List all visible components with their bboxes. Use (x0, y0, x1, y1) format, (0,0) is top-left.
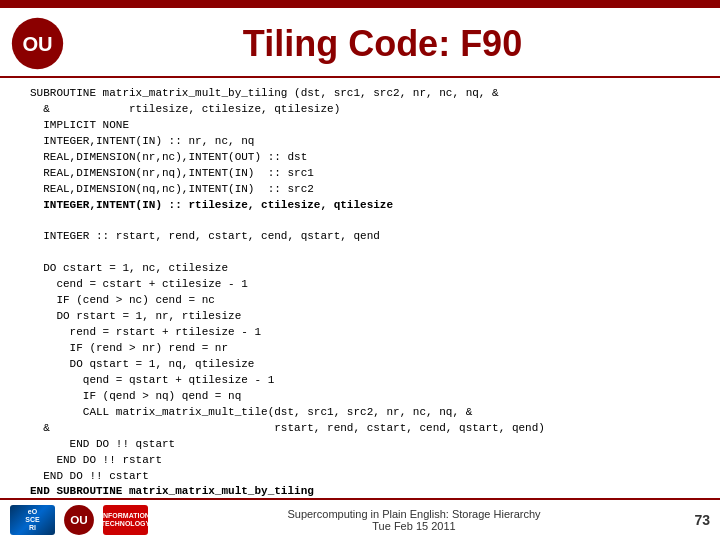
code-line: IF (rend > nr) rend = nr (30, 341, 690, 357)
footer-subtitle-line1: Supercomputing in Plain English: Storage… (148, 508, 680, 520)
code-line: SUBROUTINE matrix_matrix_mult_by_tiling … (30, 86, 690, 102)
code-line: CALL matrix_matrix_mult_tile(dst, src1, … (30, 405, 690, 421)
code-line: END DO !! cstart (30, 469, 690, 485)
code-line: IF (qend > nq) qend = nq (30, 389, 690, 405)
code-line: qend = qstart + qtilesize - 1 (30, 373, 690, 389)
code-line (30, 214, 690, 230)
code-line: REAL,DIMENSION(nr,nc),INTENT(OUT) :: dst (30, 150, 690, 166)
svg-text:OU: OU (70, 513, 88, 526)
code-line: & rstart, rend, cstart, cend, qstart, qe… (30, 421, 690, 437)
code-line: IMPLICIT NONE (30, 118, 690, 134)
header: OU Tiling Code: F90 (0, 8, 720, 78)
footer-page-number: 73 (680, 512, 710, 528)
code-line: rend = rstart + rtilesize - 1 (30, 325, 690, 341)
ou-logo: OU (10, 16, 65, 71)
code-line: DO rstart = 1, nr, rtilesize (30, 309, 690, 325)
ou-footer-logo: OU (63, 504, 95, 536)
top-bar (0, 0, 720, 8)
code-block: SUBROUTINE matrix_matrix_mult_by_tiling … (30, 86, 690, 500)
code-line: DO cstart = 1, nc, ctilesize (30, 261, 690, 277)
code-line (30, 245, 690, 261)
footer-subtitle-line2: Tue Feb 15 2011 (148, 520, 680, 532)
slide-title: Tiling Code: F90 (243, 23, 522, 64)
code-line: INTEGER :: rstart, rend, cstart, cend, q… (30, 229, 690, 245)
code-line: END DO !! rstart (30, 453, 690, 469)
code-line: END DO !! qstart (30, 437, 690, 453)
sc-logo: eOSCERI (10, 505, 55, 535)
code-line: REAL,DIMENSION(nr,nq),INTENT(IN) :: src1 (30, 166, 690, 182)
title-area: Tiling Code: F90 (65, 23, 700, 65)
code-line: INTEGER,INTENT(IN) :: rtilesize, ctilesi… (30, 198, 690, 214)
code-line: REAL,DIMENSION(nq,nc),INTENT(IN) :: src2 (30, 182, 690, 198)
svg-text:OU: OU (22, 33, 52, 55)
footer: eOSCERI OU INFORMATIONTECHNOLOGY Superco… (0, 498, 720, 540)
content-area: SUBROUTINE matrix_matrix_mult_by_tiling … (0, 78, 720, 505)
code-line: DO qstart = 1, nq, qtilesize (30, 357, 690, 373)
it-logo: INFORMATIONTECHNOLOGY (103, 505, 148, 535)
code-line: & rtilesize, ctilesize, qtilesize) (30, 102, 690, 118)
code-line: IF (cend > nc) cend = nc (30, 293, 690, 309)
code-line: INTEGER,INTENT(IN) :: nr, nc, nq (30, 134, 690, 150)
footer-logos: eOSCERI OU INFORMATIONTECHNOLOGY (10, 504, 148, 536)
code-line: cend = cstart + ctilesize - 1 (30, 277, 690, 293)
footer-center: Supercomputing in Plain English: Storage… (148, 508, 680, 532)
